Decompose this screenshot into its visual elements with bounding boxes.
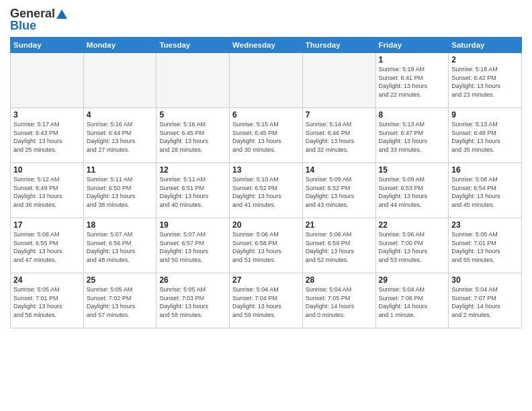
day-cell xyxy=(157,53,230,108)
day-info: Sunrise: 5:05 AM Sunset: 7:01 PM Dayligh… xyxy=(451,230,519,264)
day-cell: 21Sunrise: 5:06 AM Sunset: 6:59 PM Dayli… xyxy=(302,218,375,273)
day-info: Sunrise: 5:05 AM Sunset: 7:02 PM Dayligh… xyxy=(87,285,154,319)
header-cell-wednesday: Wednesday xyxy=(230,38,303,53)
day-cell: 20Sunrise: 5:06 AM Sunset: 6:58 PM Dayli… xyxy=(230,218,303,273)
day-info: Sunrise: 5:04 AM Sunset: 7:04 PM Dayligh… xyxy=(232,285,300,319)
day-info: Sunrise: 5:16 AM Sunset: 6:44 PM Dayligh… xyxy=(87,120,154,154)
day-number: 20 xyxy=(232,220,300,230)
day-info: Sunrise: 5:15 AM Sunset: 6:45 PM Dayligh… xyxy=(232,120,300,154)
day-number: 25 xyxy=(87,275,154,285)
day-info: Sunrise: 5:04 AM Sunset: 7:05 PM Dayligh… xyxy=(306,285,373,319)
day-cell: 10Sunrise: 5:12 AM Sunset: 6:49 PM Dayli… xyxy=(11,163,84,218)
day-cell: 18Sunrise: 5:07 AM Sunset: 6:56 PM Dayli… xyxy=(83,218,157,273)
calendar-page: General Blue SundayMondayTuesdayWednesda… xyxy=(0,0,532,411)
day-cell: 17Sunrise: 5:08 AM Sunset: 6:55 PM Dayli… xyxy=(11,218,84,273)
day-cell: 7Sunrise: 5:14 AM Sunset: 6:46 PM Daylig… xyxy=(302,108,375,163)
calendar-table: SundayMondayTuesdayWednesdayThursdayFrid… xyxy=(10,37,522,328)
day-info: Sunrise: 5:19 AM Sunset: 6:41 PM Dayligh… xyxy=(379,65,446,99)
day-cell: 28Sunrise: 5:04 AM Sunset: 7:05 PM Dayli… xyxy=(302,273,375,328)
day-info: Sunrise: 5:08 AM Sunset: 6:54 PM Dayligh… xyxy=(451,175,519,209)
day-cell: 26Sunrise: 5:05 AM Sunset: 7:03 PM Dayli… xyxy=(157,273,230,328)
day-info: Sunrise: 5:11 AM Sunset: 6:50 PM Dayligh… xyxy=(87,175,154,209)
day-number: 27 xyxy=(232,275,300,285)
day-number: 30 xyxy=(451,275,519,285)
header-cell-tuesday: Tuesday xyxy=(157,38,230,53)
day-cell: 23Sunrise: 5:05 AM Sunset: 7:01 PM Dayli… xyxy=(449,218,522,273)
day-cell: 19Sunrise: 5:07 AM Sunset: 6:57 PM Dayli… xyxy=(157,218,230,273)
logo: General Blue xyxy=(10,7,67,33)
week-row-4: 17Sunrise: 5:08 AM Sunset: 6:55 PM Dayli… xyxy=(11,218,522,273)
day-number: 26 xyxy=(159,275,226,285)
day-cell: 1Sunrise: 5:19 AM Sunset: 6:41 PM Daylig… xyxy=(375,53,449,108)
day-cell: 5Sunrise: 5:16 AM Sunset: 6:45 PM Daylig… xyxy=(157,108,230,163)
day-number: 6 xyxy=(232,110,300,120)
day-cell: 3Sunrise: 5:17 AM Sunset: 6:43 PM Daylig… xyxy=(11,108,84,163)
header-cell-monday: Monday xyxy=(83,38,157,53)
day-info: Sunrise: 5:05 AM Sunset: 7:01 PM Dayligh… xyxy=(13,285,81,319)
header-row: SundayMondayTuesdayWednesdayThursdayFrid… xyxy=(11,38,522,53)
day-number: 19 xyxy=(159,220,226,230)
day-number: 10 xyxy=(13,165,81,175)
day-number: 7 xyxy=(306,110,373,120)
day-number: 17 xyxy=(13,220,81,230)
day-number: 28 xyxy=(306,275,373,285)
day-number: 4 xyxy=(87,110,154,120)
logo-triangle-icon xyxy=(56,9,67,19)
day-number: 13 xyxy=(232,165,300,175)
week-row-5: 24Sunrise: 5:05 AM Sunset: 7:01 PM Dayli… xyxy=(11,273,522,328)
day-info: Sunrise: 5:13 AM Sunset: 6:48 PM Dayligh… xyxy=(451,120,519,154)
day-cell: 8Sunrise: 5:13 AM Sunset: 6:47 PM Daylig… xyxy=(375,108,449,163)
day-number: 21 xyxy=(306,220,373,230)
day-number: 11 xyxy=(87,165,154,175)
header-cell-friday: Friday xyxy=(375,38,449,53)
day-cell: 16Sunrise: 5:08 AM Sunset: 6:54 PM Dayli… xyxy=(449,163,522,218)
day-number: 9 xyxy=(451,110,519,120)
day-info: Sunrise: 5:11 AM Sunset: 6:51 PM Dayligh… xyxy=(159,175,226,209)
day-info: Sunrise: 5:06 AM Sunset: 6:58 PM Dayligh… xyxy=(232,230,300,264)
day-number: 29 xyxy=(379,275,446,285)
day-info: Sunrise: 5:09 AM Sunset: 6:52 PM Dayligh… xyxy=(306,175,373,209)
day-info: Sunrise: 5:09 AM Sunset: 6:53 PM Dayligh… xyxy=(379,175,446,209)
logo-blue-text: Blue xyxy=(10,19,36,33)
day-cell: 24Sunrise: 5:05 AM Sunset: 7:01 PM Dayli… xyxy=(11,273,84,328)
day-info: Sunrise: 5:07 AM Sunset: 6:57 PM Dayligh… xyxy=(159,230,226,264)
day-cell: 12Sunrise: 5:11 AM Sunset: 6:51 PM Dayli… xyxy=(157,163,230,218)
day-cell: 29Sunrise: 5:04 AM Sunset: 7:06 PM Dayli… xyxy=(375,273,449,328)
day-number: 5 xyxy=(159,110,226,120)
day-info: Sunrise: 5:04 AM Sunset: 7:06 PM Dayligh… xyxy=(379,285,446,319)
week-row-3: 10Sunrise: 5:12 AM Sunset: 6:49 PM Dayli… xyxy=(11,163,522,218)
day-info: Sunrise: 5:06 AM Sunset: 7:00 PM Dayligh… xyxy=(379,230,446,264)
day-number: 1 xyxy=(379,55,446,64)
week-row-2: 3Sunrise: 5:17 AM Sunset: 6:43 PM Daylig… xyxy=(11,108,522,163)
day-cell xyxy=(11,53,84,108)
day-cell: 14Sunrise: 5:09 AM Sunset: 6:52 PM Dayli… xyxy=(302,163,375,218)
day-cell: 11Sunrise: 5:11 AM Sunset: 6:50 PM Dayli… xyxy=(83,163,157,218)
day-cell: 2Sunrise: 5:18 AM Sunset: 6:42 PM Daylig… xyxy=(449,53,522,108)
header-cell-saturday: Saturday xyxy=(449,38,522,53)
day-info: Sunrise: 5:04 AM Sunset: 7:07 PM Dayligh… xyxy=(451,285,519,319)
day-number: 16 xyxy=(451,165,519,175)
header-cell-thursday: Thursday xyxy=(302,38,375,53)
day-cell: 22Sunrise: 5:06 AM Sunset: 7:00 PM Dayli… xyxy=(375,218,449,273)
day-cell xyxy=(302,53,375,108)
day-info: Sunrise: 5:10 AM Sunset: 6:52 PM Dayligh… xyxy=(232,175,300,209)
day-cell: 15Sunrise: 5:09 AM Sunset: 6:53 PM Dayli… xyxy=(375,163,449,218)
day-info: Sunrise: 5:06 AM Sunset: 6:59 PM Dayligh… xyxy=(306,230,373,264)
day-cell xyxy=(83,53,157,108)
day-cell: 9Sunrise: 5:13 AM Sunset: 6:48 PM Daylig… xyxy=(449,108,522,163)
day-info: Sunrise: 5:13 AM Sunset: 6:47 PM Dayligh… xyxy=(379,120,446,154)
day-number: 15 xyxy=(379,165,446,175)
day-number: 2 xyxy=(451,55,519,64)
day-cell: 30Sunrise: 5:04 AM Sunset: 7:07 PM Dayli… xyxy=(449,273,522,328)
day-info: Sunrise: 5:05 AM Sunset: 7:03 PM Dayligh… xyxy=(159,285,226,319)
day-number: 3 xyxy=(13,110,81,120)
day-info: Sunrise: 5:12 AM Sunset: 6:49 PM Dayligh… xyxy=(13,175,81,209)
day-number: 8 xyxy=(379,110,446,120)
day-info: Sunrise: 5:07 AM Sunset: 6:56 PM Dayligh… xyxy=(87,230,154,264)
day-number: 14 xyxy=(306,165,373,175)
day-info: Sunrise: 5:16 AM Sunset: 6:45 PM Dayligh… xyxy=(159,120,226,154)
week-row-1: 1Sunrise: 5:19 AM Sunset: 6:41 PM Daylig… xyxy=(11,53,522,108)
header: General Blue xyxy=(10,7,522,33)
header-cell-sunday: Sunday xyxy=(11,38,84,53)
day-cell: 27Sunrise: 5:04 AM Sunset: 7:04 PM Dayli… xyxy=(230,273,303,328)
